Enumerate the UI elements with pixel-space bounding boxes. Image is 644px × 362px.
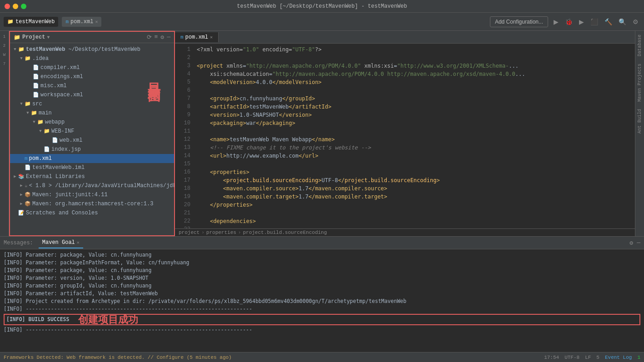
src-label: src [32, 100, 42, 108]
settings-button[interactable]: ⚙ [631, 17, 640, 26]
tree-item-junit[interactable]: ▶ 📦 Maven: junit:junit:4.11 [10, 190, 174, 199]
root-folder-icon: 📁 [18, 45, 25, 54]
console-output: [INFO] Parameter: package, Value: cn.fun… [0, 249, 644, 352]
webinf-folder-icon: 📁 [44, 127, 50, 135]
left-sidebar-web[interactable]: W [0, 51, 9, 59]
bc-properties[interactable]: properties [206, 230, 236, 235]
close-tab-icon[interactable]: ✕ [210, 35, 213, 40]
webapp-label: webapp [45, 118, 65, 126]
misc-xml-label: misc.xml [40, 82, 67, 90]
status-line-ending[interactable]: LF [585, 355, 591, 360]
left-sidebar-project[interactable]: 1 [0, 33, 9, 41]
scratches-label: Scratches and Consoles [26, 209, 98, 217]
right-sidebar-ant[interactable]: Ant Build [636, 105, 643, 137]
tree-item-web-xml[interactable]: 📄 web.xml [10, 136, 174, 145]
right-sidebar-maven[interactable]: Maven Projects [636, 60, 643, 105]
console-line-4: [INFO] Parameter: version, Value: 1.0-SN… [4, 274, 640, 282]
encodings-xml-label: encodings.xml [40, 73, 83, 81]
project-header-icons: ⟳ ≡ ⚙ — [147, 34, 170, 41]
tree-item-ext-libs[interactable]: ▶ 📚 External Libraries [10, 172, 174, 181]
run-coverage-button[interactable]: ▶ [577, 17, 586, 26]
add-configuration-button[interactable]: Add Configuration... [490, 16, 548, 27]
minimize-bottom-icon[interactable]: — [637, 239, 640, 246]
bottom-panel: Messages: Maven Goal ✕ ⚙ — [INFO] Parame… [0, 236, 644, 352]
left-sidebar-structure[interactable]: 7 [0, 60, 9, 68]
maximize-button[interactable] [21, 4, 26, 9]
bc-sourceencoding[interactable]: project.build.sourceEncoding [243, 230, 327, 235]
run-button[interactable]: ▶ [552, 17, 560, 26]
status-encoding[interactable]: UTF-8 [564, 355, 579, 360]
window-title: testMavenWeb [~/Desktop/testMavenWeb] - … [237, 3, 407, 10]
toolbar-action-icons: ▶ 🐞 ▶ ⬛ 🔨 🔍 ⚙ [552, 17, 640, 26]
tree-item-src[interactable]: ▼ 📁 src [10, 99, 174, 109]
tree-item-iml[interactable]: 📄 testMavenWeb.iml [10, 163, 174, 172]
console-line-2: [INFO] Parameter: packageInPathFormat, V… [4, 259, 640, 267]
title-bar: testMavenWeb [~/Desktop/testMavenWeb] - … [0, 0, 644, 13]
tab-pom[interactable]: m pom.xml ✕ [62, 17, 101, 27]
tree-item-webapp[interactable]: ▼ 📁 webapp [10, 118, 174, 127]
editor-tab-pom[interactable]: m pom.xml ✕ [175, 32, 219, 42]
build-success-text: [INFO] BUILD SUCCESS [6, 316, 69, 323]
web-xml-label: web.xml [60, 136, 82, 144]
pom-xml-label: pom.xml [29, 154, 52, 163]
left-sidebar: 1 2 W 7 [0, 31, 9, 236]
search-everywhere-button[interactable]: 🔍 [617, 17, 628, 26]
tree-item-idea[interactable]: ▼ 📁 .idea [10, 54, 174, 63]
encodings-xml-icon: 📄 [33, 73, 39, 81]
tree-item-compiler-xml[interactable]: 📄 compiler.xml [10, 63, 174, 72]
junit-icon: 📦 [25, 191, 31, 199]
ext-libs-label: External Libraries [26, 173, 85, 181]
scratches-icon: 📝 [18, 209, 25, 217]
project-tree: ▼ 📁 testMavenWeb ~/Desktop/testMavenWeb … [10, 43, 174, 235]
tree-item-webinf[interactable]: ▼ 📁 WEB-INF [10, 127, 174, 136]
right-sidebar-database[interactable]: Database [636, 31, 643, 60]
bc-arrow-1: › [201, 230, 205, 235]
iml-label: testMavenWeb.iml [32, 164, 85, 172]
bottom-tabs: Messages: Maven Goal ✕ ⚙ — [0, 237, 644, 249]
stop-button[interactable]: ⬛ [589, 17, 600, 26]
minimize-panel-icon[interactable]: — [167, 34, 170, 41]
tree-item-main[interactable]: ▼ 📁 main [10, 109, 174, 118]
close-button[interactable] [5, 4, 10, 9]
editor-area: m pom.xml ✕ 12345 678910 1112131415 16 1… [175, 31, 635, 236]
junit-label: Maven: junit:junit:4.11 [32, 191, 108, 199]
event-log[interactable]: Event Log [605, 355, 632, 360]
bottom-tab-maven-goal[interactable]: Maven Goal ✕ [39, 238, 83, 248]
breadcrumb: project › properties › project.build.sou… [175, 228, 635, 236]
line-numbers: 12345 678910 1112131415 16 17 💡 18192021… [175, 44, 193, 228]
console-line-3: [INFO] Parameter: package, Value: cn.fun… [4, 267, 640, 274]
tree-item-jdk[interactable]: ▶ ☕ < 1.8 > /Library/Java/JavaVirtualMac… [10, 181, 174, 190]
tree-item-misc-xml[interactable]: 📄 misc.xml [10, 81, 174, 90]
main-folder-icon: 📁 [31, 109, 37, 117]
tree-item-workspace-xml[interactable]: 📄 workspace.xml [10, 90, 174, 99]
tab-project[interactable]: 📁 testMavenWeb [4, 17, 58, 27]
tree-item-scratches[interactable]: 📝 Scratches and Consoles [10, 208, 174, 218]
bc-project[interactable]: project [179, 230, 200, 235]
editor-tabs: m pom.xml ✕ [175, 31, 635, 44]
sync-icon[interactable]: ⟳ [147, 34, 152, 41]
settings-bottom-icon[interactable]: ⚙ [629, 239, 633, 247]
framework-warning[interactable]: Frameworks Detected: Web framework is de… [4, 355, 232, 360]
debug-button[interactable]: 🐞 [563, 17, 574, 26]
misc-xml-icon: 📄 [33, 82, 39, 90]
status-column: 5 [596, 355, 599, 360]
build-button[interactable]: 🔨 [603, 17, 614, 26]
tree-item-pom-xml[interactable]: m pom.xml [10, 154, 174, 163]
messages-label: Messages: [4, 240, 33, 246]
tree-item-index-jsp[interactable]: 📄 index.jsp [10, 145, 174, 154]
project-icon: 📁 [7, 19, 14, 25]
project-panel: 📁 Project ▼ ⟳ ≡ ⚙ — ▼ 📁 testMavenWeb ~/D… [9, 31, 175, 236]
code-editor[interactable]: <?xml version="1.0" encoding="UTF-8"?> <… [193, 44, 635, 228]
filter-icon[interactable]: ≡ [155, 34, 158, 41]
close-maven-tab-icon[interactable]: ✕ [77, 240, 80, 245]
folder-icon: 📁 [14, 34, 20, 41]
hamcrest-label: Maven: org.hamcrest:hamcrest-core:1.3 [32, 200, 153, 208]
tree-item-hamcrest[interactable]: ▶ 📦 Maven: org.hamcrest:hamcrest-core:1.… [10, 199, 174, 208]
minimize-button[interactable] [13, 4, 18, 9]
gear-icon[interactable]: ⚙ [160, 34, 164, 41]
toolbar: 📁 testMavenWeb m pom.xml ✕ Add Configura… [0, 13, 644, 31]
left-sidebar-favorites[interactable]: 2 [0, 42, 9, 50]
dropdown-arrow-icon: ▼ [47, 35, 50, 40]
pom-tab-icon: m [65, 19, 69, 25]
tree-root[interactable]: ▼ 📁 testMavenWeb ~/Desktop/testMavenWeb [10, 45, 174, 54]
